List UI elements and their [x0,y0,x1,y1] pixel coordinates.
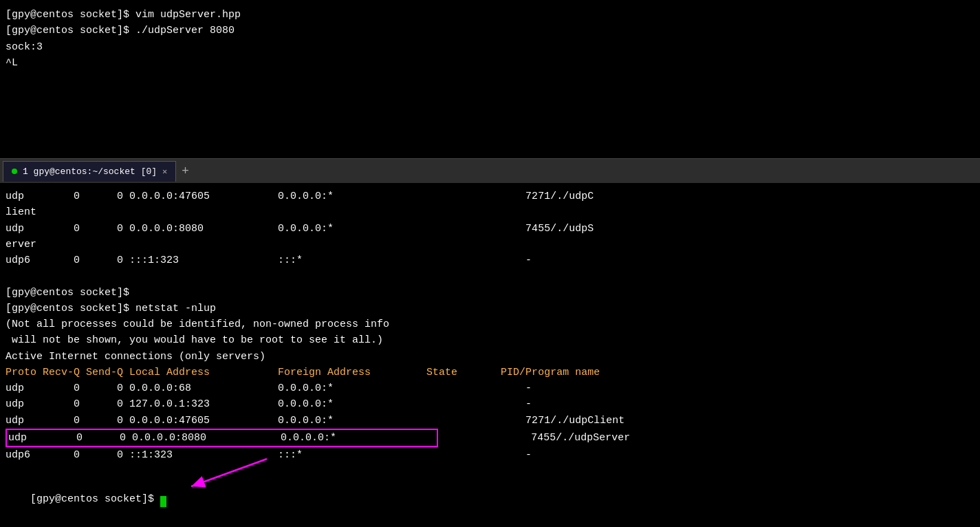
scrollback-line-4: erver [6,237,974,252]
highlight-box: udp 0 0 0.0.0.0:8080 0.0.0.0:* [6,429,438,447]
table-row-udp-47605: udp 0 0 0.0.0.0:47605 0.0.0.0:* 7271/./u… [6,413,974,429]
tab-close-icon[interactable]: ✕ [162,166,167,177]
table-row-udp6-323: udp6 0 0 ::1:323 :::* - [6,447,974,463]
new-tab-button[interactable]: + [176,164,195,178]
scrollback-line-1: udp 0 0 0.0.0.0:47605 0.0.0.0:* 7271/./u… [6,189,974,204]
tab-bar: 1 gpy@centos:~/socket [0] ✕ + [0,158,980,183]
highlighted-row-container: udp 0 0 0.0.0.0:8080 0.0.0.0:* 7455/./ud… [6,429,974,447]
prompt-text: [gpy@centos socket]$ [30,493,160,505]
table-header: Proto Recv-Q Send-Q Local Address Foreig… [6,365,974,380]
netstat-cmd-line: [gpy@centos socket]$ netstat -nlup [6,301,974,316]
highlighted-row-rest: 7455/./udpServer [438,432,630,444]
top-line-4: ^L [6,55,974,71]
top-terminal: [gpy@centos socket]$ vim udpServer.hpp [… [0,0,980,158]
final-prompt-line: [gpy@centos socket]$ [6,475,974,523]
table-row-udp-323: udp 0 0 127.0.0.1:323 0.0.0.0:* - [6,396,974,412]
tab-label: 1 gpy@centos:~/socket [0] [23,166,157,177]
warning-line-1: (Not all processes could be identified, … [6,316,974,332]
bottom-terminal: udp 0 0 0.0.0.0:47605 0.0.0.0:* 7271/./u… [0,183,980,527]
tab-status-dot [12,169,17,174]
scrollback-line-3: udp 0 0 0.0.0.0:8080 0.0.0.0:* 7455/./ud… [6,221,974,237]
table-row-udp-68: udp 0 0 0.0.0.0:68 0.0.0.0:* - [6,380,974,396]
top-line-3: sock:3 [6,39,974,55]
scrollback-line-5: udp6 0 0 :::1:323 :::* - [6,252,974,268]
active-connections-header: Active Internet connections (only server… [6,349,974,365]
terminal-tab[interactable]: 1 gpy@centos:~/socket [0] ✕ [3,161,176,182]
terminal-cursor [160,496,166,507]
prompt-line-1: [gpy@centos socket]$ [6,285,974,301]
scrollback-line-2: lient [6,204,974,220]
top-line-1: [gpy@centos socket]$ vim udpServer.hpp [6,7,974,23]
blank-line-1 [6,268,974,284]
warning-line-2: will not be shown, you would have to be … [6,332,974,348]
top-line-2: [gpy@centos socket]$ ./udpServer 8080 [6,23,974,39]
